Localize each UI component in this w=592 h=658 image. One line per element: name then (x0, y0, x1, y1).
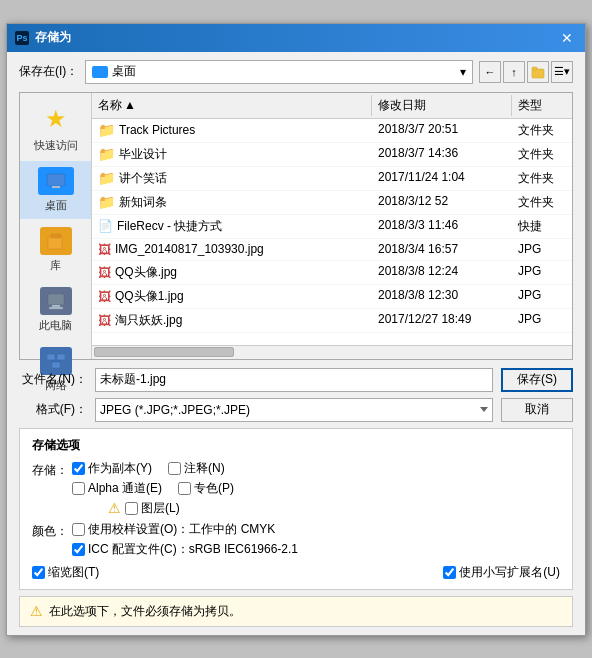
nav-item-network[interactable]: 网络 (20, 341, 91, 399)
this-pc-icon (40, 287, 72, 315)
options-section: 存储选项 存储： 作为副本(Y) 注释(N) (19, 428, 573, 590)
folder-icon: 📁 (98, 170, 115, 186)
checkbox-as-copy[interactable]: 作为副本(Y) (72, 460, 152, 477)
table-row[interactable]: 📁 讲个笑话 2017/11/24 1:04 文件夹 (92, 167, 572, 191)
file-type-cell: JPG (512, 285, 572, 308)
checkbox-notes[interactable]: 注释(N) (168, 460, 225, 477)
checkbox-spot[interactable]: 专色(P) (178, 480, 234, 497)
nav-item-this-pc[interactable]: 此电脑 (20, 281, 91, 339)
checkbox-thumbnail[interactable]: 缩览图(T) (32, 564, 99, 581)
file-list-container[interactable]: 名称 ▲ 修改日期 类型 📁 Track Pictures 2018/3/7 2… (92, 93, 572, 345)
checkbox-icc-profile[interactable]: ICC 配置文件(C)：sRGB IEC61966-2.1 (72, 541, 298, 558)
file-name: FileRecv - 快捷方式 (117, 218, 222, 235)
file-name-cell: 🖼 IMG_20140817_103930.jpg (92, 239, 372, 260)
checkbox-lowercase-label: 使用小写扩展名(U) (459, 564, 560, 581)
save-in-value: 桌面 (112, 63, 136, 80)
nav-item-library[interactable]: 库 (20, 221, 91, 279)
checkbox-use-proof-input[interactable] (72, 523, 85, 536)
table-row[interactable]: 🖼 QQ头像.jpg 2018/3/8 12:24 JPG (92, 261, 572, 285)
jpg-icon: 🖼 (98, 242, 111, 257)
back-button[interactable]: ← (479, 61, 501, 83)
title-bar: Ps 存储为 ✕ (7, 24, 585, 52)
svg-line-12 (51, 360, 56, 362)
table-row[interactable]: 📁 毕业设计 2018/3/7 14:36 文件夹 (92, 143, 572, 167)
checkbox-notes-input[interactable] (168, 462, 181, 475)
view-options-button[interactable]: ☰▾ (551, 61, 573, 83)
save-button[interactable]: 保存(S) (501, 368, 573, 392)
header-name[interactable]: 名称 ▲ (92, 95, 372, 116)
cancel-button[interactable]: 取消 (501, 398, 573, 422)
dialog-body: 保存在(I)： 桌面 ▾ ← ↑ ☰▾ (7, 52, 585, 635)
pc-svg (46, 292, 66, 310)
file-type-cell: 快捷 (512, 215, 572, 238)
table-row[interactable]: 🖼 淘只妖妖.jpg 2017/12/27 18:49 JPG (92, 309, 572, 333)
warning-bottom-text: 在此选项下，文件必须存储为拷贝。 (49, 603, 241, 620)
hscroll-thumb[interactable] (94, 347, 234, 357)
title-bar-left: Ps 存储为 (15, 29, 71, 46)
file-type-cell: 文件夹 (512, 167, 572, 190)
file-name-cell: 📁 新知词条 (92, 191, 372, 214)
table-row[interactable]: 📁 新知词条 2018/3/12 52 文件夹 (92, 191, 572, 215)
format-select[interactable]: JPEG (*.JPG;*.JPEG;*.JPE) (95, 398, 493, 422)
color-label: 颜色： (32, 521, 68, 540)
folder-icon: 📁 (98, 146, 115, 162)
left-nav: ★ 快速访问 桌面 (20, 93, 92, 359)
table-row[interactable]: 🖼 IMG_20140817_103930.jpg 2018/3/4 16:57… (92, 239, 572, 261)
checkbox-layers[interactable]: 图层(L) (125, 500, 180, 517)
warning-icon: ⚠ (108, 500, 121, 516)
save-in-dropdown[interactable]: 桌面 ▾ (85, 60, 473, 84)
table-row[interactable]: 📁 Track Pictures 2018/3/7 20:51 文件夹 (92, 119, 572, 143)
file-date-cell: 2018/3/12 52 (372, 191, 512, 214)
desktop-svg (46, 173, 66, 189)
header-type[interactable]: 类型 (512, 95, 572, 116)
jpg-icon: 🖼 (98, 289, 111, 304)
checkbox-icc-profile-input[interactable] (72, 543, 85, 556)
dropdown-arrow-icon: ▾ (460, 65, 466, 79)
folder-icon: 📁 (98, 122, 115, 138)
checkbox-as-copy-input[interactable] (72, 462, 85, 475)
file-name: QQ头像1.jpg (115, 288, 184, 305)
filename-input[interactable] (95, 368, 493, 392)
file-name-cell: 📁 Track Pictures (92, 119, 372, 142)
warning-bottom-icon: ⚠ (30, 603, 43, 619)
options-title: 存储选项 (32, 437, 560, 454)
dialog-title: 存储为 (35, 29, 71, 46)
nav-item-quick-access[interactable]: ★ 快速访问 (20, 97, 91, 159)
svg-line-13 (56, 360, 61, 362)
svg-rect-2 (47, 174, 65, 186)
color-row: 颜色： 使用校样设置(O)：工作中的 CMYK ICC 配置文件(C)：sRGB… (32, 521, 560, 558)
save-options-row: 存储： 作为副本(Y) 注释(N) (32, 460, 560, 517)
save-as-dialog: Ps 存储为 ✕ 保存在(I)： 桌面 ▾ ← ↑ (6, 23, 586, 636)
warning-box: ⚠ 在此选项下，文件必须存储为拷贝。 (19, 596, 573, 627)
close-button[interactable]: ✕ (557, 31, 577, 45)
checkbox-layers-input[interactable] (125, 502, 138, 515)
nav-item-desktop[interactable]: 桌面 (20, 161, 91, 219)
file-type-cell: JPG (512, 239, 572, 260)
checkbox-thumbnail-input[interactable] (32, 566, 45, 579)
table-row[interactable]: 🖼 QQ头像1.jpg 2018/3/8 12:30 JPG (92, 285, 572, 309)
save-checkboxes-row1: 作为副本(Y) 注释(N) (72, 460, 234, 477)
svg-rect-9 (47, 354, 55, 360)
nav-label-library: 库 (50, 258, 61, 273)
checkbox-alpha[interactable]: Alpha 通道(E) (72, 480, 162, 497)
checkbox-spot-input[interactable] (178, 482, 191, 495)
network-svg (45, 352, 67, 370)
jpg-icon: 🖼 (98, 313, 111, 328)
checkbox-lowercase-input[interactable] (443, 566, 456, 579)
file-name: Track Pictures (119, 123, 195, 137)
checkbox-use-proof[interactable]: 使用校样设置(O)：工作中的 CMYK (72, 521, 298, 538)
file-name-cell: 📄 FileRecv - 快捷方式 (92, 215, 372, 238)
checkbox-alpha-input[interactable] (72, 482, 85, 495)
header-date[interactable]: 修改日期 (372, 95, 512, 116)
checkbox-lowercase[interactable]: 使用小写扩展名(U) (443, 564, 560, 581)
svg-rect-3 (52, 186, 60, 188)
up-button[interactable]: ↑ (503, 61, 525, 83)
table-row[interactable]: 📄 FileRecv - 快捷方式 2018/3/3 11:46 快捷 (92, 215, 572, 239)
color-content: 使用校样设置(O)：工作中的 CMYK ICC 配置文件(C)：sRGB IEC… (72, 521, 298, 558)
new-folder-button[interactable] (527, 61, 549, 83)
file-name: QQ头像.jpg (115, 264, 177, 281)
checkbox-alpha-label: Alpha 通道(E) (88, 480, 162, 497)
horizontal-scrollbar[interactable] (92, 345, 572, 359)
checkbox-notes-label: 注释(N) (184, 460, 225, 477)
svg-rect-4 (48, 237, 62, 249)
